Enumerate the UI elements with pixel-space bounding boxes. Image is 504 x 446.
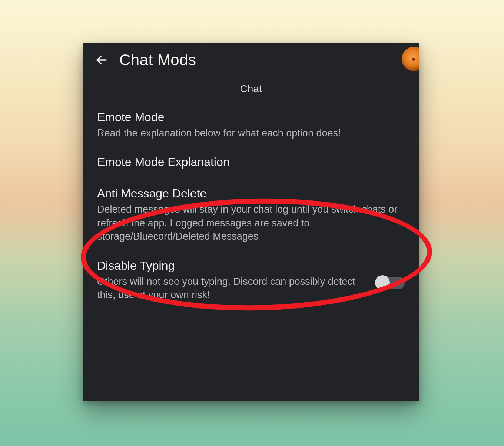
setting-title: Anti Message Delete: [97, 187, 405, 200]
header-bar: Chat Mods: [83, 43, 419, 73]
page-title: Chat Mods: [119, 51, 196, 69]
setting-emote-mode-explanation[interactable]: Emote Mode Explanation: [96, 143, 406, 175]
section-label-chat: Chat: [83, 83, 419, 95]
settings-card: Chat Mods Chat Emote Mode Read the expla…: [83, 43, 419, 401]
setting-title: Emote Mode Explanation: [97, 155, 405, 169]
setting-title: Emote Mode: [97, 110, 405, 124]
setting-disable-typing[interactable]: Disable Typing Others will not see you t…: [96, 247, 406, 306]
setting-anti-message-delete[interactable]: Anti Message Delete Deleted messages wil…: [96, 175, 406, 247]
page-background: Chat Mods Chat Emote Mode Read the expla…: [0, 0, 504, 446]
back-button[interactable]: [93, 52, 110, 68]
setting-desc: Deleted messages will stay in your chat …: [97, 203, 405, 243]
setting-desc: Read the explanation below for what each…: [97, 126, 405, 140]
setting-title: Disable Typing: [97, 259, 367, 273]
toggle-knob: [375, 275, 390, 290]
arrow-left-icon: [95, 53, 108, 67]
settings-list: Emote Mode Read the explanation below fo…: [83, 99, 419, 306]
setting-emote-mode[interactable]: Emote Mode Read the explanation below fo…: [96, 99, 406, 143]
setting-desc: Others will not see you typing. Discord …: [97, 275, 367, 302]
disable-typing-toggle[interactable]: [376, 277, 405, 289]
profile-avatar[interactable]: [402, 47, 419, 71]
